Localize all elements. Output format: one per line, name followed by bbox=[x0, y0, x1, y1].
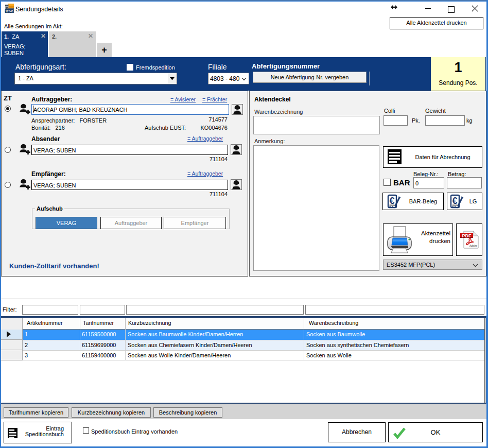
svg-text:PDF: PDF bbox=[462, 233, 472, 238]
svg-text:Adobe: Adobe bbox=[469, 244, 478, 247]
svg-text:€: € bbox=[389, 196, 394, 206]
svg-text:€: € bbox=[452, 196, 457, 206]
svg-text:12543: 12543 bbox=[6, 10, 13, 13]
